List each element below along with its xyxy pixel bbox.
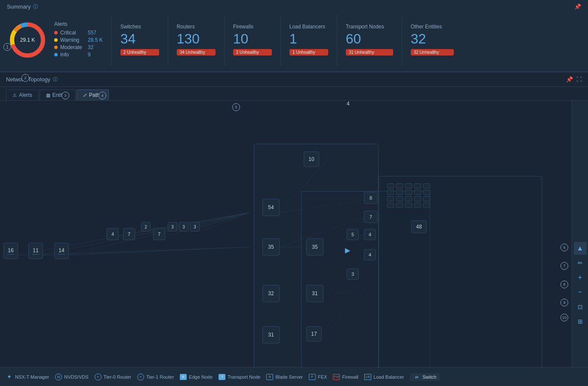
node-16-num: 16 [8, 247, 13, 253]
transport-icon: T [219, 374, 225, 380]
stat-routers-value: 130 [177, 31, 215, 46]
node-54[interactable]: 54 [262, 199, 280, 216]
firewall-icon: FW [333, 374, 340, 380]
moderate-count: 32 [88, 44, 93, 50]
legend-fex-label: FEX [318, 374, 327, 380]
legend-switch-label: Switch [422, 374, 436, 380]
node-4c[interactable]: 4 [347, 101, 350, 107]
stat-firewalls-badge: 2 Unhealthy [233, 49, 272, 56]
lb-icon: LB [364, 374, 371, 380]
legend-lb-label: Load Balancer [373, 374, 404, 380]
tab-entities[interactable]: 3 ▦ Entities [40, 90, 76, 100]
node-35a[interactable]: 35 [262, 238, 280, 256]
tabs-row: 2 ⚠ Alerts 3 ▦ Entities 4 ⤢ Paths [0, 87, 588, 101]
critical-label: Critical [60, 30, 85, 36]
legend-nsxt-label: NSX-T Manager [15, 374, 49, 380]
nsxt-icon: ✦ [5, 374, 13, 380]
node-4b[interactable]: 4 [364, 229, 376, 240]
svg-line-6 [13, 247, 249, 256]
stat-firewalls-label: Firewalls [233, 24, 272, 30]
moderate-dot [54, 46, 58, 49]
node-10[interactable]: 10 [304, 151, 319, 167]
info-count: 9 [88, 52, 91, 58]
legend-tier0: + Tier-0 Router [95, 374, 131, 380]
node-17[interactable]: 17 [306, 326, 322, 342]
node-7a[interactable]: 7 [123, 228, 135, 240]
node-35b[interactable]: 35 [306, 238, 323, 256]
topology-canvas[interactable]: 5 16 11 14 4 7 2 7 3 3 3 54 35 32 31 [0, 101, 588, 367]
tool-add[interactable]: + [574, 271, 587, 284]
node-3b[interactable]: 3 [179, 222, 188, 232]
svg-line-17 [204, 213, 249, 230]
stat-other: Other Entities 32 32 Unhealthy [411, 24, 454, 56]
legend-tier1-label: Tier-1 Router [146, 374, 174, 380]
topology-header: Network Topology ⓘ 📌 ⛶ [0, 72, 588, 87]
tab-alerts-label: Alerts [19, 92, 32, 98]
legend-fex: F FEX [309, 374, 327, 380]
donut-chart: 29.1 K [7, 19, 48, 61]
tool-edit[interactable]: ✏ [574, 256, 587, 269]
summary-pin-icon[interactable]: 📌 [574, 3, 581, 10]
critical-dot [54, 31, 58, 34]
topology-info-icon[interactable]: ⓘ [53, 76, 58, 83]
node-31b[interactable]: 31 [306, 285, 323, 302]
legend-lb: LB Load Balancer [364, 374, 404, 380]
node-11-num: 11 [33, 247, 38, 253]
stat-routers: Routers 130 34 Unhealthy [177, 24, 215, 56]
node-7b[interactable]: 7 [153, 228, 165, 240]
annotation-1: 1 [3, 43, 11, 51]
annotation-8: 8 [560, 281, 568, 288]
topology-pin-icon[interactable]: 📌 [566, 76, 573, 83]
node-8[interactable]: 8 [364, 192, 378, 204]
node-14[interactable]: 14 [54, 243, 69, 259]
stat-switches-label: Switches [120, 24, 159, 30]
tool-triangle[interactable]: ▲ [574, 242, 587, 255]
stat-firewalls-value: 10 [233, 31, 272, 46]
annotation-7: 7 [560, 262, 568, 270]
tool-map[interactable]: ⊞ [574, 315, 587, 328]
legend-switch: ⇄ Switch [410, 373, 440, 381]
tool-zoom-out[interactable]: − [574, 286, 587, 299]
right-servers [387, 183, 431, 208]
node-2[interactable]: 2 [141, 222, 151, 232]
legend-firewall-label: Firewall [342, 374, 358, 380]
legend-transport: T Transport Node [219, 374, 260, 380]
node-3d[interactable]: 3 [347, 269, 359, 280]
legend-tier1: + Tier-1 Router [137, 374, 174, 380]
tier0-icon: + [95, 374, 102, 380]
tab-paths[interactable]: 4 ⤢ Paths [77, 90, 109, 100]
node-4d[interactable]: 4 [364, 249, 376, 260]
topology-expand-icon[interactable]: ⛶ [576, 76, 582, 83]
node-16[interactable]: 16 [3, 243, 18, 259]
node-32[interactable]: 32 [262, 285, 280, 302]
node-7c[interactable]: 7 [364, 211, 378, 223]
alert-info: Info 9 [54, 52, 103, 58]
warning-label: Warning [60, 37, 85, 43]
tool-fit[interactable]: ⊡ [574, 300, 587, 313]
annotation-9: 9 [560, 299, 568, 306]
tab-alerts[interactable]: 2 ⚠ Alerts [6, 90, 39, 100]
legend-tier0-label: Tier-0 Router [104, 374, 131, 380]
alert-critical: Critical 557 [54, 30, 103, 36]
warning-dot [54, 38, 58, 42]
node-11[interactable]: 11 [28, 243, 43, 259]
node-48[interactable]: 48 [411, 220, 427, 233]
legend-nsxt: ✦ NSX-T Manager [5, 374, 49, 380]
node-5[interactable]: 5 [347, 229, 359, 240]
summary-title: Summary [7, 3, 31, 10]
legend-transport-label: Transport Node [228, 374, 260, 380]
info-dot [54, 53, 58, 56]
node-4a[interactable]: 4 [107, 228, 119, 240]
bottom-legend: ✦ NSX-T Manager N NVDS/VDS + Tier-0 Rout… [0, 367, 588, 386]
node-3c[interactable]: 3 [190, 222, 200, 232]
legend-edge: E Edge Node [180, 374, 212, 380]
donut-value: 29.1 K [20, 37, 35, 43]
annotation-2: 2 [22, 74, 29, 82]
summary-info-icon[interactable]: ⓘ [33, 3, 38, 10]
node-3a[interactable]: 3 [168, 222, 177, 232]
stat-firewalls: Firewalls 10 2 Unhealthy [233, 24, 272, 56]
svg-line-10 [62, 247, 249, 256]
node-31a[interactable]: 31 [262, 326, 280, 343]
annotation-4: 4 [99, 92, 106, 99]
arrow-right: ▶ [345, 246, 350, 254]
